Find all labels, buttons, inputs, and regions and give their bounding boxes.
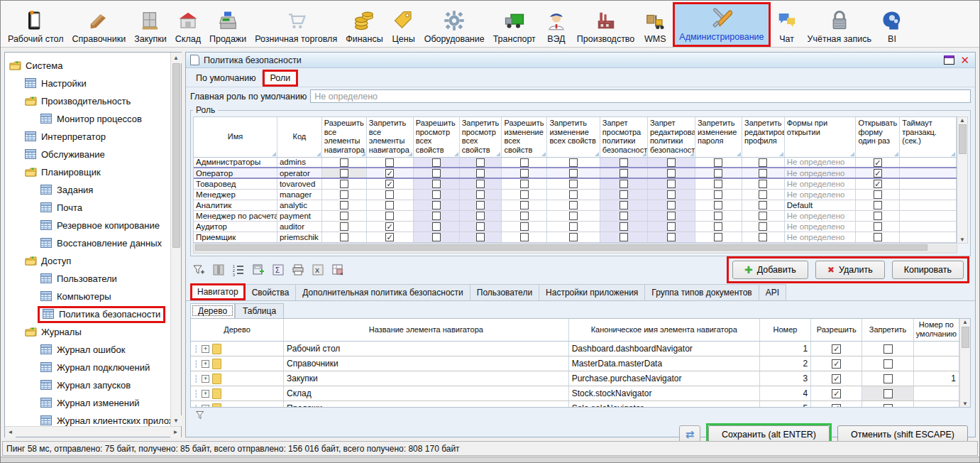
- canonical-name-cell[interactable]: Purchase.purchaseNavigator: [568, 371, 759, 386]
- checkbox[interactable]: [874, 212, 882, 220]
- role-code-cell[interactable]: admins: [277, 157, 321, 168]
- role-check-cell[interactable]: [366, 157, 413, 168]
- excel-export-icon[interactable]: X: [311, 263, 325, 277]
- roles-column-header[interactable]: Имя: [194, 117, 277, 157]
- checkbox[interactable]: ✓: [385, 233, 394, 241]
- checkbox[interactable]: [340, 233, 348, 241]
- roles-column-header[interactable]: Запрет просмотра политики безопасности: [600, 117, 647, 157]
- checkbox[interactable]: [476, 169, 485, 178]
- navigator-row[interactable]: ┆+ПродажиSale.saleNavigator5✓: [191, 401, 959, 407]
- role-name-cell[interactable]: Менеджер по расчетам: [194, 210, 277, 221]
- role-check-cell[interactable]: [321, 157, 366, 168]
- toolbar-item-price-tag[interactable]: Цены: [387, 2, 420, 47]
- roles-column-header[interactable]: Запретить изменение пароля: [695, 117, 742, 157]
- delete-button[interactable]: ✖Удалить: [815, 261, 885, 279]
- scroll-up-icon[interactable]: ▲: [957, 117, 967, 124]
- checkbox[interactable]: [620, 169, 628, 178]
- role-check-cell[interactable]: [742, 157, 785, 168]
- close-icon[interactable]: ✕: [959, 55, 971, 65]
- checkbox[interactable]: [759, 180, 767, 188]
- sidebar-vertical-scrollbar[interactable]: ▲ ▼: [170, 53, 181, 426]
- checkbox[interactable]: [432, 190, 441, 199]
- checkbox[interactable]: [667, 180, 676, 188]
- forms-on-open-cell[interactable]: Не определено: [784, 178, 856, 189]
- allow-cell[interactable]: ✓: [811, 386, 862, 401]
- role-check-cell[interactable]: [547, 200, 600, 210]
- checkbox[interactable]: ✓: [385, 222, 394, 231]
- roles-column-header[interactable]: Запретить изменение всех свойств: [547, 117, 600, 157]
- checkbox[interactable]: [340, 190, 348, 199]
- checkbox[interactable]: [476, 158, 485, 167]
- navigator-column-header[interactable]: Разрешить: [811, 319, 862, 342]
- sidebar-item-доступ[interactable]: Доступ: [9, 252, 170, 270]
- role-check-cell[interactable]: [647, 232, 695, 242]
- role-check-cell[interactable]: [695, 221, 742, 232]
- open-once-cell[interactable]: [856, 189, 900, 200]
- scrollbar-thumb[interactable]: [172, 63, 180, 248]
- toolbar-item-desktop[interactable]: Рабочий стол: [4, 2, 67, 47]
- roles-column-header[interactable]: Формы при открытии: [784, 117, 856, 157]
- checkbox[interactable]: [759, 158, 767, 167]
- role-row[interactable]: Аудиторauditor✓Не определено: [194, 221, 957, 232]
- checkbox[interactable]: [520, 201, 529, 209]
- timeout-cell[interactable]: [900, 178, 957, 189]
- navigator-column-header[interactable]: Дерево: [191, 319, 284, 342]
- tab-default[interactable]: По умолчанию: [190, 71, 263, 85]
- role-name-cell[interactable]: Приемщик: [194, 232, 277, 242]
- role-check-cell[interactable]: [742, 189, 785, 200]
- sidebar-horizontal-scrollbar[interactable]: ◄ ►: [5, 426, 181, 437]
- expand-icon[interactable]: +: [202, 390, 209, 398]
- toolbar-item-customs-officer[interactable]: ВЭД: [540, 2, 573, 47]
- open-once-cell[interactable]: ✓: [856, 157, 900, 168]
- checkbox[interactable]: [759, 190, 767, 199]
- open-once-cell[interactable]: [856, 200, 900, 210]
- role-check-cell[interactable]: [547, 189, 600, 200]
- sidebar-item-система[interactable]: Система: [9, 57, 170, 75]
- numbered-list-icon[interactable]: 123: [231, 263, 246, 277]
- checkbox[interactable]: [432, 201, 441, 209]
- navigator-vertical-scrollbar[interactable]: ▲ ▼: [959, 319, 970, 407]
- sidebar-item-журнал-изменений[interactable]: Журнал изменений: [9, 394, 170, 412]
- checkbox[interactable]: [340, 169, 348, 178]
- checkbox[interactable]: [476, 222, 485, 231]
- role-check-cell[interactable]: [502, 168, 547, 178]
- tree-node-cell[interactable]: ┆+: [191, 371, 284, 386]
- role-check-cell[interactable]: [600, 221, 647, 232]
- role-check-cell[interactable]: [647, 221, 695, 232]
- role-row[interactable]: АналитикanalyticDefault: [194, 200, 957, 210]
- default-number-cell[interactable]: [913, 342, 959, 356]
- scroll-down-icon[interactable]: ▼: [957, 236, 967, 243]
- checkbox[interactable]: [620, 222, 628, 231]
- sidebar-item-компьютеры[interactable]: Компьютеры: [9, 288, 170, 305]
- toolbar-item-forklift[interactable]: WMS: [639, 2, 671, 47]
- checkbox[interactable]: [759, 201, 767, 209]
- toolbar-item-finance-coins[interactable]: Финансы: [341, 2, 387, 47]
- checkbox[interactable]: [667, 158, 676, 167]
- checkbox[interactable]: [340, 212, 348, 220]
- role-check-cell[interactable]: [321, 178, 366, 189]
- sidebar-item-резервное-копирование[interactable]: Резервное копирование: [9, 217, 170, 234]
- roles-column-header[interactable]: Таймаут транзакц. (сек.): [900, 117, 957, 157]
- checkbox[interactable]: [667, 201, 676, 209]
- role-check-cell[interactable]: [366, 189, 413, 200]
- number-cell[interactable]: 5: [759, 401, 810, 407]
- role-check-cell[interactable]: [647, 178, 695, 189]
- expand-icon[interactable]: +: [202, 360, 209, 368]
- role-check-cell[interactable]: [321, 200, 366, 210]
- timeout-cell[interactable]: [900, 200, 957, 210]
- open-once-cell[interactable]: ✓: [856, 178, 900, 189]
- checkbox[interactable]: [620, 233, 628, 241]
- checkbox[interactable]: [667, 190, 676, 199]
- expand-icon[interactable]: +: [202, 405, 209, 407]
- checkbox[interactable]: [667, 212, 676, 220]
- role-code-cell[interactable]: priemschik: [277, 232, 321, 242]
- checkbox[interactable]: [340, 158, 348, 167]
- role-check-cell[interactable]: [647, 200, 695, 210]
- forms-on-open-cell[interactable]: Не определено: [784, 221, 856, 232]
- checkbox[interactable]: [714, 180, 722, 188]
- expand-icon[interactable]: +: [202, 375, 209, 383]
- role-check-cell[interactable]: [547, 210, 600, 221]
- scroll-down-icon[interactable]: ▼: [962, 401, 968, 407]
- checkbox[interactable]: [714, 212, 722, 220]
- sidebar-item-журнал-ошибок[interactable]: Журнал ошибок: [9, 341, 170, 359]
